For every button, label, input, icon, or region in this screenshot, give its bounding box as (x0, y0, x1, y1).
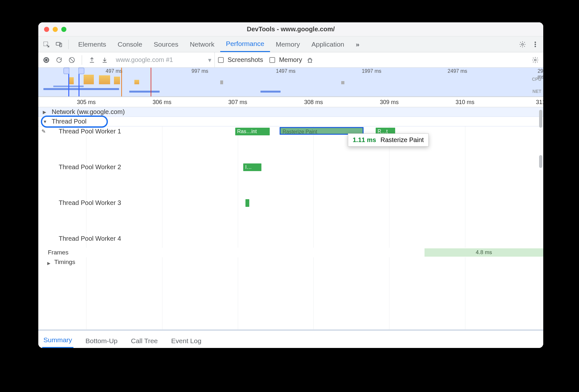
performance-toolbar: www.google.com #1 ▾ Screenshots Memory (38, 52, 543, 68)
scrollbar-thumb[interactable] (539, 110, 542, 128)
tab-console[interactable]: Console (112, 36, 148, 52)
tab-network[interactable]: Network (184, 36, 220, 52)
details-tab-event-log[interactable]: Event Log (170, 337, 203, 348)
details-tab-summary[interactable]: Summary (42, 336, 73, 348)
timeline-overview[interactable]: 497 ms997 ms1497 ms1997 ms2497 ms2997 ms… (38, 68, 543, 97)
worker-name: Thread Pool Worker 4 (59, 235, 121, 242)
frame-bar[interactable]: 4.8 ms (425, 248, 543, 257)
flamechart-ruler[interactable]: 305 ms306 ms307 ms308 ms309 ms310 ms311 … (38, 97, 543, 107)
inspect-element-icon[interactable] (41, 39, 52, 50)
details-tab-bottom-up[interactable]: Bottom-Up (84, 337, 119, 348)
tabs-overflow-icon[interactable]: » (350, 36, 365, 52)
svg-point-5 (535, 44, 536, 45)
checkbox-icon (218, 57, 224, 63)
svg-point-3 (522, 43, 523, 45)
overview-range-handle-right[interactable] (79, 68, 79, 96)
threadpool-label: Thread Pool (38, 118, 86, 125)
svg-point-4 (535, 42, 536, 43)
profile-name: www.google.com #1 (116, 56, 173, 64)
details-tabs: Summary Bottom-Up Call Tree Event Log (38, 329, 543, 348)
ruler-tick: 307 ms (228, 99, 247, 106)
timings-label: Timings (54, 259, 75, 266)
main-toolbar: Elements Console Sources Network Perform… (38, 36, 543, 52)
tab-application[interactable]: Application (306, 36, 350, 52)
overview-net-activity (38, 84, 543, 95)
overview-marker (151, 68, 151, 96)
overview-cpu-activity (38, 73, 543, 84)
timings-track-header[interactable]: ▶ Timings (38, 257, 543, 269)
overview-marker (121, 68, 122, 96)
clear-button[interactable] (67, 55, 77, 65)
worker-name: Thread Pool Worker 3 (59, 199, 121, 207)
close-window-button[interactable] (44, 27, 49, 32)
tab-sources[interactable]: Sources (148, 36, 184, 52)
svg-point-6 (535, 46, 536, 47)
worker-track[interactable]: ✎Thread Pool Worker 1Ras…intRasterize Pa… (38, 126, 543, 162)
zoom-window-button[interactable] (61, 27, 66, 32)
settings-gear-icon[interactable] (517, 39, 528, 50)
kebab-menu-icon[interactable] (530, 39, 541, 50)
memory-toggle[interactable]: Memory (269, 56, 302, 64)
flame-event[interactable]: Ras…int (235, 128, 270, 135)
worker-track[interactable]: Thread Pool Worker 4 (38, 234, 543, 248)
titlebar: DevTools - www.google.com/ (38, 22, 543, 36)
threadpool-track-header[interactable]: ▼ Thread Pool (38, 117, 543, 126)
frames-track[interactable]: Frames 4.8 ms (38, 248, 543, 257)
svg-rect-2 (60, 43, 62, 47)
scrollbar-thumb[interactable] (539, 155, 542, 168)
minimize-window-button[interactable] (53, 27, 58, 32)
profile-selector[interactable]: www.google.com #1 ▾ (113, 52, 215, 67)
ruler-tick: 306 ms (153, 99, 171, 106)
separator (68, 40, 69, 49)
flamechart[interactable]: ▶ Network (ww.google.com) ▼ Thread Pool … (38, 107, 543, 329)
tab-memory[interactable]: Memory (270, 36, 306, 52)
collect-garbage-icon[interactable] (305, 55, 315, 65)
checkbox-icon (269, 57, 275, 63)
edit-icon[interactable]: ✎ (41, 128, 46, 134)
frames-label: Frames (48, 249, 68, 256)
devtools-window: DevTools - www.google.com/ Elements Cons… (38, 22, 543, 348)
capture-settings-gear-icon[interactable] (530, 55, 540, 65)
worker-name: Thread Pool Worker 2 (59, 163, 121, 171)
ruler-tick: 305 ms (77, 99, 96, 106)
ruler-tick: 309 ms (380, 99, 399, 106)
window-controls (44, 27, 66, 32)
flame-event[interactable] (245, 199, 249, 207)
record-button[interactable] (41, 55, 51, 65)
tooltip-duration: 1.11 ms (353, 136, 376, 143)
panel-tabs: Elements Console Sources Network Perform… (72, 36, 365, 52)
flame-tooltip: 1.11 ms Rasterize Paint (348, 133, 429, 147)
tab-performance[interactable]: Performance (220, 36, 270, 52)
reload-record-button[interactable] (54, 55, 64, 65)
worker-track[interactable]: Thread Pool Worker 2I… (38, 162, 543, 198)
details-tab-call-tree[interactable]: Call Tree (130, 337, 159, 348)
device-toolbar-icon[interactable] (54, 39, 64, 50)
upload-profile-icon[interactable] (87, 55, 97, 65)
tab-elements[interactable]: Elements (72, 36, 112, 52)
svg-point-8 (534, 59, 536, 61)
screenshots-toggle[interactable]: Screenshots (218, 56, 263, 64)
worker-name: Thread Pool Worker 1 (59, 128, 121, 135)
download-profile-icon[interactable] (100, 55, 109, 65)
tooltip-name: Rasterize Paint (380, 136, 424, 143)
network-track-header[interactable]: ▶ Network (ww.google.com) (38, 107, 543, 117)
disclosure-right-icon[interactable]: ▶ (47, 261, 50, 266)
overview-range-handle-left[interactable] (68, 68, 69, 96)
ruler-tick: 308 ms (304, 99, 323, 106)
separator (82, 55, 82, 65)
network-track-label: Network (ww.google.com) (38, 108, 125, 116)
ruler-tick: 310 ms (455, 99, 474, 106)
worker-track[interactable]: Thread Pool Worker 3 (38, 198, 543, 234)
flame-event[interactable]: I… (243, 163, 261, 171)
chevron-down-icon: ▾ (208, 56, 211, 64)
window-title: DevTools - www.google.com/ (38, 26, 543, 33)
